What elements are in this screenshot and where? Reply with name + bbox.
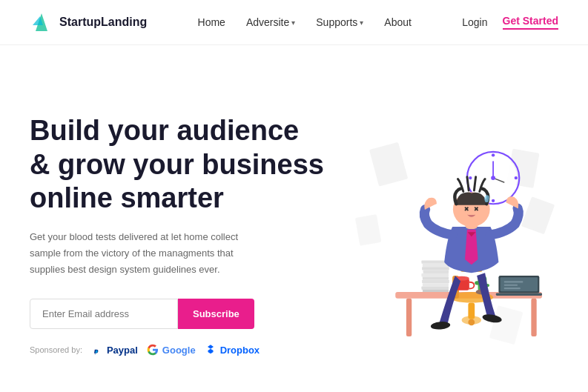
subscribe-form: Subscribe	[30, 299, 341, 329]
hero-svg	[341, 75, 558, 392]
svg-rect-44	[504, 281, 523, 282]
svg-rect-32	[423, 283, 449, 286]
logo-text: StartupLanding	[59, 16, 147, 29]
svg-rect-30	[423, 276, 449, 279]
dropbox-icon	[205, 344, 217, 356]
svg-point-9	[492, 153, 495, 156]
svg-point-12	[515, 176, 518, 179]
google-label: Google	[162, 345, 196, 356]
svg-rect-34	[423, 290, 449, 292]
chevron-down-icon: ▾	[291, 19, 295, 27]
email-input[interactable]	[30, 299, 178, 329]
svg-rect-26	[423, 264, 449, 267]
svg-rect-28	[423, 270, 449, 273]
svg-rect-2	[369, 142, 408, 187]
svg-point-24	[468, 319, 475, 326]
svg-rect-31	[422, 280, 449, 283]
subscribe-button[interactable]: Subscribe	[178, 299, 254, 329]
nav-home[interactable]: Home	[198, 16, 225, 28]
sponsor-google: Google	[147, 344, 196, 356]
get-started-button[interactable]: Get Started	[503, 15, 558, 30]
svg-rect-5	[355, 214, 381, 246]
hero-title: Build your audience & grow your business…	[30, 114, 341, 216]
nav-links: Home Adversite ▾ Supports ▾ About	[198, 16, 412, 28]
logo[interactable]: StartupLanding	[30, 10, 147, 34]
svg-rect-45	[504, 285, 518, 286]
navigation: StartupLanding Home Adversite ▾ Supports…	[0, 0, 588, 45]
paypal-label: Paypal	[107, 345, 138, 356]
paypal-icon	[91, 344, 103, 356]
svg-point-10	[492, 199, 495, 202]
svg-rect-33	[421, 287, 449, 290]
svg-rect-46	[504, 288, 521, 289]
svg-rect-29	[421, 273, 449, 276]
sponsors-row: Sponsored by: Paypal Google	[30, 344, 341, 356]
login-button[interactable]: Login	[462, 16, 487, 28]
svg-rect-17	[406, 299, 412, 336]
hero-content: Build your audience & grow your business…	[30, 114, 341, 356]
svg-rect-6	[489, 305, 523, 345]
nav-supports[interactable]: Supports ▾	[316, 16, 363, 28]
logo-icon	[30, 10, 53, 34]
hero-section: Build your audience & grow your business…	[0, 45, 588, 392]
sponsor-paypal: Paypal	[91, 344, 138, 356]
hero-description: Get your blood tests delivered at let ho…	[30, 229, 267, 278]
svg-point-15	[491, 176, 495, 180]
svg-rect-27	[422, 267, 449, 270]
google-icon	[147, 344, 159, 356]
sponsor-dropbox: Dropbox	[205, 344, 260, 356]
svg-point-11	[469, 176, 472, 179]
svg-rect-18	[531, 299, 536, 336]
svg-rect-43	[496, 293, 542, 296]
nav-about[interactable]: About	[384, 16, 412, 28]
chevron-down-icon: ▾	[360, 19, 363, 27]
nav-actions: Login Get Started	[462, 15, 558, 30]
dropbox-label: Dropbox	[220, 345, 260, 356]
nav-adversite[interactable]: Adversite ▾	[246, 16, 295, 28]
hero-illustration	[341, 75, 558, 392]
sponsored-label: Sponsored by:	[30, 345, 82, 354]
svg-rect-4	[521, 196, 555, 234]
